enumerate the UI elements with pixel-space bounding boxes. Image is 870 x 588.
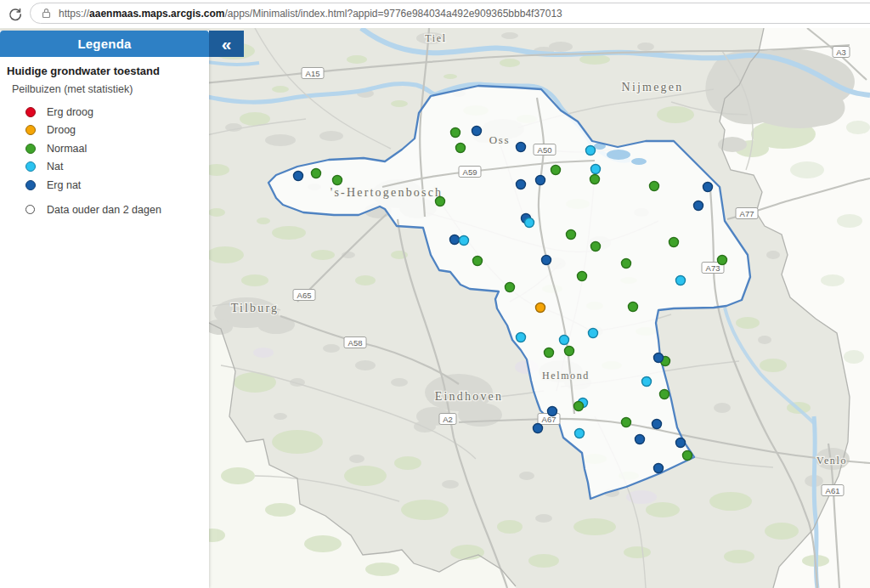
peilbuis-point-nat[interactable] <box>586 146 596 155</box>
peilbuis-point-normaal[interactable] <box>578 272 587 281</box>
peilbuis-point-erg_nat[interactable] <box>472 127 482 136</box>
legend-item-erg_droog: Erg droog <box>25 103 202 122</box>
peilbuis-point-erg_nat[interactable] <box>294 172 303 181</box>
peilbuis-point-normaal[interactable] <box>591 242 601 252</box>
nat-dot-icon <box>25 161 36 172</box>
lock-icon <box>42 8 51 19</box>
peilbuis-point-nat[interactable] <box>460 236 469 246</box>
peilbuis-point-normaal[interactable] <box>451 128 460 138</box>
city-label-helmond: Helmond <box>542 370 590 382</box>
legend-heading: Huidige grondwater toestand <box>7 65 202 77</box>
city-label-eindhoven: Eindhoven <box>435 390 503 403</box>
legend-item-label: Erg droog <box>47 106 93 118</box>
peilbuis-point-normaal[interactable] <box>551 166 561 175</box>
peilbuis-point-erg_nat[interactable] <box>654 353 664 363</box>
peilbuis-point-normaal[interactable] <box>567 230 576 240</box>
road-shield-label: A58 <box>348 338 363 348</box>
peilbuis-point-normaal[interactable] <box>629 302 638 312</box>
city-label-shertogenbosch: 's-Hertogenbosch <box>330 186 443 199</box>
peilbuis-point-normaal[interactable] <box>590 175 600 184</box>
peilbuis-point-normaal[interactable] <box>506 283 515 292</box>
peilbuis-point-normaal[interactable] <box>718 256 727 265</box>
peilbuis-point-erg_nat[interactable] <box>542 256 551 265</box>
peilbuis-point-erg_nat[interactable] <box>676 438 686 448</box>
browser-toolbar: https://aaenmaas.maps.arcgis.com/apps/Mi… <box>0 0 870 28</box>
droog-dot-icon <box>25 125 36 135</box>
city-label-nijmegen: Nijmegen <box>622 81 684 93</box>
road-shield-label: A73 <box>706 263 720 273</box>
peilbuis-point-nat[interactable] <box>642 377 652 387</box>
city-label-venlo: Venlo <box>816 455 847 466</box>
peilbuis-point-erg_nat[interactable] <box>654 464 664 473</box>
peilbuis-point-nat[interactable] <box>525 218 534 228</box>
url-text: https://aaenmaas.maps.arcgis.com/apps/Mi… <box>59 8 562 20</box>
peilbuis-point-nat[interactable] <box>676 276 686 286</box>
road-shield-label: A2 <box>443 415 453 424</box>
road-shield-label: A3 <box>836 48 846 57</box>
legend-item-label: Normaal <box>47 143 87 155</box>
road-shield-label: A77 <box>740 209 754 218</box>
peilbuis-point-erg_nat[interactable] <box>652 420 662 429</box>
peilbuis-point-erg_nat[interactable] <box>536 176 545 185</box>
peilbuis-point-erg_nat[interactable] <box>636 435 645 444</box>
legend-collapse-button[interactable]: « <box>209 31 244 57</box>
peilbuis-point-erg_nat[interactable] <box>534 424 543 433</box>
road-shield-label: A15 <box>306 69 320 78</box>
legend-item-normaal: Normaal <box>25 139 202 158</box>
peilbuis-point-normaal[interactable] <box>650 182 659 191</box>
peilbuis-point-erg_nat[interactable] <box>703 183 713 192</box>
legend-item-label: Erg nat <box>47 179 81 191</box>
peilbuis-point-normaal[interactable] <box>333 176 342 185</box>
peilbuis-point-normaal[interactable] <box>565 347 574 356</box>
peilbuis-point-normaal[interactable] <box>669 238 679 247</box>
peilbuis-point-nat[interactable] <box>589 329 598 338</box>
url-bar[interactable]: https://aaenmaas.maps.arcgis.com/apps/Mi… <box>30 3 870 24</box>
peilbuis-point-normaal[interactable] <box>683 451 692 461</box>
peilbuis-point-normaal[interactable] <box>660 390 669 399</box>
peilbuis-point-erg_nat[interactable] <box>548 407 557 416</box>
legend-subheading: Peilbuizen (met statistiek) <box>12 83 202 95</box>
peilbuis-point-normaal[interactable] <box>622 259 631 269</box>
legend-item-old-data: Data ouder dan 2 dagen <box>25 201 202 219</box>
peilbuis-point-normaal[interactable] <box>312 169 321 178</box>
peilbuis-point-droog[interactable] <box>536 303 545 313</box>
road-shield-label: A59 <box>463 167 477 177</box>
peilbuis-point-erg_nat[interactable] <box>694 201 703 211</box>
peilbuis-point-normaal[interactable] <box>473 257 483 266</box>
road-shield-label: A50 <box>538 145 552 155</box>
legend-panel: Legenda Huidige grondwater toestand Peil… <box>0 31 209 588</box>
city-label-tilburg: Tilburg <box>231 302 280 314</box>
city-label-oss: Oss <box>489 133 510 146</box>
peilbuis-point-normaal[interactable] <box>545 348 554 358</box>
legend-header: Legenda <box>0 31 209 57</box>
legend-items: Erg droogDroogNormaalNatErg nat <box>7 103 202 195</box>
legend-title: Legenda <box>77 37 131 51</box>
reload-button[interactable] <box>8 6 23 21</box>
peilbuis-point-normaal[interactable] <box>574 402 584 411</box>
erg_droog-dot-icon <box>25 107 36 117</box>
legend-item-label: Nat <box>47 161 63 172</box>
peilbuis-point-nat[interactable] <box>591 165 601 174</box>
peilbuis-point-nat[interactable] <box>575 429 585 438</box>
legend-item-nat: Nat <box>25 158 202 177</box>
peilbuis-point-normaal[interactable] <box>622 418 631 427</box>
legend-item-droog: Droog <box>25 122 202 140</box>
road-shield-label: A61 <box>826 486 840 495</box>
road-shield-label: A65 <box>297 291 312 300</box>
peilbuis-point-erg_nat[interactable] <box>450 235 460 245</box>
city-label-tiel: Tiel <box>425 32 446 44</box>
peilbuis-point-normaal[interactable] <box>436 197 445 206</box>
legend-item-erg_nat: Erg nat <box>25 176 202 195</box>
peilbuis-point-normaal[interactable] <box>456 144 466 153</box>
normaal-dot-icon <box>25 144 36 154</box>
legend-item-label: Droog <box>47 124 76 136</box>
old-data-circle-icon <box>25 205 35 214</box>
peilbuis-point-nat[interactable] <box>560 336 569 345</box>
legend-body: Huidige grondwater toestand Peilbuizen (… <box>0 57 209 219</box>
peilbuis-point-erg_nat[interactable] <box>517 143 526 152</box>
erg_nat-dot-icon <box>25 180 36 190</box>
peilbuis-point-erg_nat[interactable] <box>517 180 526 189</box>
peilbuis-point-nat[interactable] <box>517 333 526 342</box>
